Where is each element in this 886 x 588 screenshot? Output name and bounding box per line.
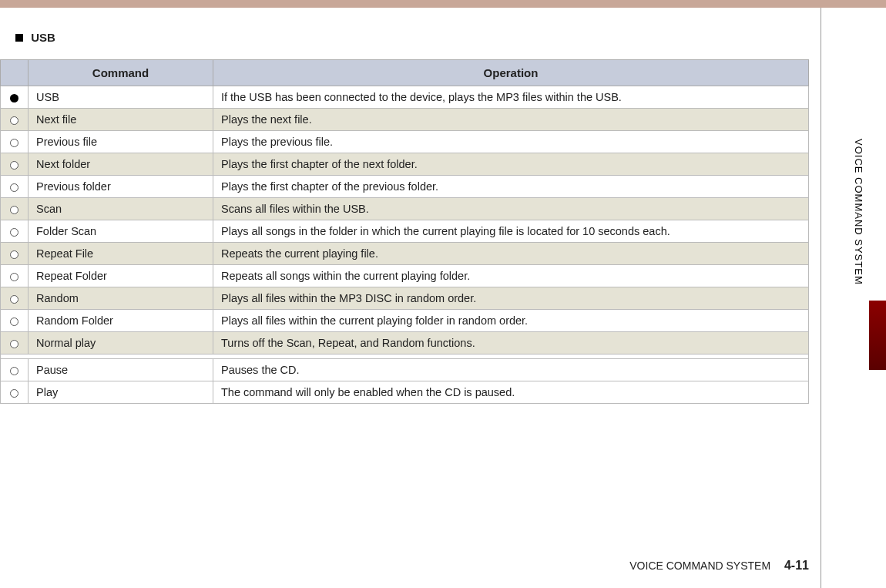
open-circle-icon [10,250,18,259]
bullet-cell [1,176,29,198]
page-footer: VOICE COMMAND SYSTEM 4-11 [629,559,809,573]
command-cell: Previous file [29,131,213,153]
open-circle-icon [10,139,18,147]
bullet-cell [1,265,29,287]
filled-circle-icon [10,94,18,102]
section-heading: USB [0,8,809,59]
table-row: Next folderPlays the first chapter of th… [1,153,809,176]
header-command: Command [29,60,213,86]
operation-cell: Plays all files within the current playi… [213,310,809,332]
open-circle-icon [10,116,18,125]
operation-cell: The command will only be enabled when th… [213,381,809,404]
operation-cell: Plays the previous file. [213,131,809,153]
open-circle-icon [10,273,18,281]
table-row: Previous filePlays the previous file. [1,131,809,153]
open-circle-icon [10,318,18,326]
open-circle-icon [10,183,18,192]
bullet-cell [1,381,29,404]
operation-cell: Repeats the current playing file. [213,243,809,265]
square-bullet-icon [15,34,23,42]
bullet-cell [1,220,29,243]
bullet-cell [1,198,29,220]
commands-table: Command Operation USBIf the USB has been… [0,59,809,404]
table-row: Random FolderPlays all files within the … [1,310,809,332]
table-row: Next filePlays the next file. [1,109,809,131]
bullet-cell [1,109,29,131]
table-row: Normal playTurns off the Scan, Repeat, a… [1,332,809,354]
command-cell: Random [29,287,213,310]
bullet-cell [1,359,29,381]
table-body: USBIf the USB has been connected to the … [1,86,809,404]
table-row: PausePauses the CD. [1,359,809,381]
operation-cell: Plays the next file. [213,109,809,131]
operation-cell: Turns off the Scan, Repeat, and Random f… [213,332,809,354]
section-tab-marker [869,301,886,370]
command-cell: Repeat File [29,243,213,265]
table-row: Repeat FolderRepeats all songs within th… [1,265,809,287]
command-cell: Previous folder [29,176,213,198]
section-title-text: USB [31,31,55,44]
command-cell: Repeat Folder [29,265,213,287]
table-row: Folder ScanPlays all songs in the folder… [1,220,809,243]
command-cell: Pause [29,359,213,381]
table-row: PlayThe command will only be enabled whe… [1,381,809,404]
table-header-row: Command Operation [1,60,809,86]
bullet-cell [1,131,29,153]
table-row: Repeat FileRepeats the current playing f… [1,243,809,265]
open-circle-icon [10,228,18,237]
side-panel: VOICE COMMAND SYSTEM [821,8,886,588]
operation-cell: Plays all files within the MP3 DISC in r… [213,287,809,310]
command-cell: Random Folder [29,310,213,332]
command-cell: Folder Scan [29,220,213,243]
command-cell: Play [29,381,213,404]
open-circle-icon [10,340,18,348]
top-accent-bar [0,0,886,8]
table-row: USBIf the USB has been connected to the … [1,86,809,109]
operation-cell: If the USB has been connected to the dev… [213,86,809,109]
operation-cell: Pauses the CD. [213,359,809,381]
page-content: USB Command Operation USBIf the USB has … [0,8,817,588]
bullet-cell [1,332,29,354]
footer-page-number: 4-11 [784,559,809,572]
bullet-cell [1,153,29,176]
open-circle-icon [10,206,18,214]
footer-text: VOICE COMMAND SYSTEM [629,559,770,572]
header-bullet-col [1,60,29,86]
open-circle-icon [10,367,18,375]
table-row: Previous folderPlays the first chapter o… [1,176,809,198]
open-circle-icon [10,161,18,170]
command-cell: Normal play [29,332,213,354]
bullet-cell [1,310,29,332]
command-cell: Scan [29,198,213,220]
operation-cell: Scans all files within the USB. [213,198,809,220]
open-circle-icon [10,295,18,304]
operation-cell: Plays all songs in the folder in which t… [213,220,809,243]
command-cell: Next file [29,109,213,131]
table-row: RandomPlays all files within the MP3 DIS… [1,287,809,310]
bullet-cell [1,243,29,265]
operation-cell: Plays the first chapter of the previous … [213,176,809,198]
operation-cell: Plays the first chapter of the next fold… [213,153,809,176]
operation-cell: Repeats all songs within the current pla… [213,265,809,287]
command-cell: USB [29,86,213,109]
command-cell: Next folder [29,153,213,176]
bullet-cell [1,287,29,310]
bullet-cell [1,86,29,109]
side-tab-label: VOICE COMMAND SYSTEM [853,139,864,285]
table-row: ScanScans all files within the USB. [1,198,809,220]
open-circle-icon [10,389,18,398]
header-operation: Operation [213,60,809,86]
